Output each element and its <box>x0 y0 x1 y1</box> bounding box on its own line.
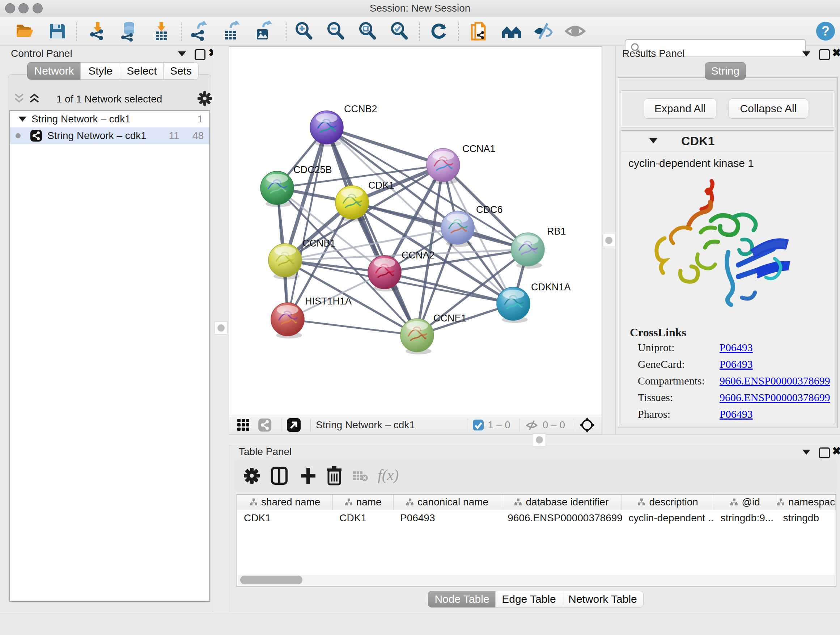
network-node-CDC6[interactable] <box>441 211 474 247</box>
table-cell[interactable]: 9606.ENSP00000378699 <box>501 510 622 526</box>
compartments-link[interactable]: 9606.ENSP00000378699 <box>720 375 830 391</box>
grid-view-button[interactable] <box>237 418 250 432</box>
table-cell[interactable]: stringdb <box>776 510 836 526</box>
column-type-icon <box>406 498 414 506</box>
help-button[interactable]: ? <box>815 20 836 42</box>
table-hscrollbar[interactable] <box>238 575 835 585</box>
column-header-1[interactable]: name <box>333 494 393 510</box>
right-splitter[interactable] <box>602 46 616 434</box>
hide-selected-button[interactable] <box>532 20 554 42</box>
genecard-link[interactable]: P06493 <box>720 358 753 375</box>
gene-card-header[interactable]: CDK1 <box>621 131 834 151</box>
first-neighbors-button[interactable] <box>501 20 523 42</box>
table-hscrollbar-thumb[interactable] <box>240 576 302 584</box>
results-panel-collapse-icon[interactable] <box>802 51 810 58</box>
control-panel-collapse-icon[interactable] <box>178 51 186 58</box>
column-header-2[interactable]: canonical name <box>393 494 501 510</box>
network-node-CDKN1A[interactable] <box>497 287 530 323</box>
column-header-6[interactable]: namespac <box>776 494 836 510</box>
network-node-CDK1[interactable] <box>335 186 369 222</box>
tab-node-table[interactable]: Node Table <box>428 591 496 608</box>
refresh-button[interactable] <box>428 20 450 42</box>
network-node-CDC25B[interactable] <box>261 171 294 207</box>
tab-network[interactable]: Network <box>27 62 81 80</box>
control-panel-float-icon[interactable] <box>195 49 205 62</box>
results-panel-close-icon[interactable]: ✖ <box>832 46 840 59</box>
export-network-button[interactable] <box>188 20 210 42</box>
tissues-link[interactable]: 9606.ENSP00000378699 <box>720 391 830 408</box>
table-panel-float-icon[interactable] <box>819 448 830 460</box>
table-cell[interactable]: cyclin-dependent ... <box>622 510 714 526</box>
tab-sets[interactable]: Sets <box>163 62 199 80</box>
table-cell[interactable]: P06493 <box>393 510 501 526</box>
fx-icon: f(x) <box>378 467 399 483</box>
network-edge[interactable] <box>287 127 327 319</box>
pharos-link[interactable]: P06493 <box>720 408 753 424</box>
svg-text:?: ? <box>821 24 829 38</box>
network-tree-root-row[interactable]: String Network – cdk1 1 <box>10 111 210 127</box>
delete-column-button[interactable] <box>325 466 343 486</box>
tab-string-results[interactable]: String <box>705 62 746 80</box>
table-cell[interactable]: CDK1 <box>237 510 333 526</box>
save-session-button[interactable] <box>46 20 68 42</box>
uniprot-link[interactable]: P06493 <box>720 341 753 358</box>
tree-expand-icon[interactable] <box>19 117 27 122</box>
zoom-in-button[interactable] <box>293 20 315 42</box>
network-node-CCNA1[interactable] <box>426 149 460 184</box>
network-canvas[interactable]: CCNB2CCNA1CDC25BCDK1CDC6RB1CCNB1CCNA2CDK… <box>229 46 602 434</box>
zoom-in-icon <box>294 21 314 42</box>
import-network-database-button[interactable] <box>118 20 140 42</box>
import-network-icon <box>87 21 108 42</box>
network-node-RB1[interactable] <box>511 233 545 269</box>
crosslink-row: Compartments: 9606.ENSP00000378699 <box>621 375 834 391</box>
column-header-5[interactable]: @id <box>714 494 777 510</box>
export-table-button[interactable] <box>220 20 242 42</box>
bottom-splitter[interactable] <box>229 434 840 445</box>
column-header-3[interactable]: database identifier <box>501 494 622 510</box>
node-label: CCNE1 <box>433 313 467 324</box>
tab-network-table[interactable]: Network Table <box>562 591 644 608</box>
gene-card-collapse-icon[interactable] <box>649 138 657 143</box>
table-panel-close-icon[interactable]: ✖ <box>832 445 840 457</box>
zoom-selected-button[interactable] <box>388 20 410 42</box>
tab-select[interactable]: Select <box>120 62 164 80</box>
column-header-0[interactable]: shared name <box>237 494 333 510</box>
import-network-file-button[interactable] <box>87 20 109 42</box>
export-image-button[interactable] <box>252 20 274 42</box>
left-splitter[interactable] <box>213 46 229 612</box>
import-table-file-button[interactable] <box>150 20 172 42</box>
clone-network-button[interactable] <box>469 20 490 42</box>
network-tree-child-row[interactable]: String Network – cdk1 11 48 <box>10 127 210 144</box>
column-header-4[interactable]: description <box>622 494 714 510</box>
birds-eye-view-button[interactable] <box>579 417 595 433</box>
open-session-button[interactable] <box>14 20 35 42</box>
tab-style[interactable]: Style <box>80 62 120 80</box>
node-table[interactable]: shared namenamecanonical namedatabase id… <box>237 494 836 587</box>
status-bar: Memory <box>0 612 840 635</box>
create-column-button[interactable] <box>300 466 317 485</box>
detach-view-button[interactable] <box>286 418 301 432</box>
collapse-all-button[interactable]: Collapse All <box>729 98 808 119</box>
tab-edge-table[interactable]: Edge Table <box>495 591 562 608</box>
table-options-button[interactable] <box>243 467 261 485</box>
zoom-out-button[interactable] <box>325 20 347 42</box>
table-cell[interactable]: stringdb:9... <box>714 510 777 526</box>
right-splitter-handle[interactable] <box>602 234 615 247</box>
show-columns-button[interactable] <box>271 466 288 485</box>
table-row[interactable]: CDK1CDK1P064939606.ENSP00000378699cyclin… <box>237 510 836 526</box>
table-cell[interactable]: CDK1 <box>333 510 393 526</box>
bottom-splitter-handle[interactable] <box>533 433 546 447</box>
expand-all-button[interactable]: Expand All <box>644 98 716 119</box>
export-table-icon <box>221 21 242 42</box>
network-panel-options-button[interactable] <box>197 90 213 106</box>
results-panel-float-icon[interactable] <box>819 49 830 62</box>
zoom-fit-button[interactable] <box>357 20 378 42</box>
network-node-HIST1H1A[interactable] <box>271 302 304 339</box>
table-panel-collapse-icon[interactable] <box>802 450 810 456</box>
network-view-mode-button[interactable] <box>258 418 272 432</box>
network-node-CCNE1[interactable] <box>401 318 434 355</box>
show-all-button[interactable] <box>564 20 586 42</box>
network-edge[interactable] <box>287 319 417 335</box>
network-edge[interactable] <box>327 127 443 165</box>
left-splitter-handle[interactable] <box>215 321 227 334</box>
